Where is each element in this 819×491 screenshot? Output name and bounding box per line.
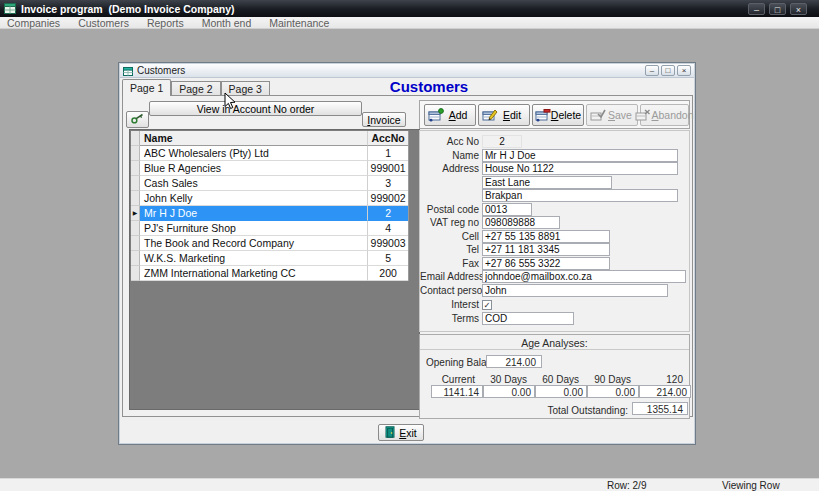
app-window-controls: – □ ×: [748, 3, 807, 15]
customers-window-title: Customers: [137, 65, 185, 76]
tab-page-2[interactable]: Page 2: [171, 81, 220, 96]
customer-detail-form: Acc No Name Address: [419, 130, 690, 332]
grid-indicator-header: [131, 131, 140, 146]
app-minimize-button[interactable]: –: [748, 3, 765, 15]
cell-field[interactable]: [482, 230, 610, 243]
save-button[interactable]: Save: [586, 104, 638, 126]
record-toolbar: Add Edit Delete: [419, 100, 690, 129]
edit-button[interactable]: Edit: [478, 104, 530, 126]
interst-label: Interst: [420, 299, 482, 310]
grid-header-row: Name AccNo: [131, 131, 408, 146]
app-icon: [4, 0, 16, 18]
search-key-button[interactable]: [126, 111, 149, 128]
age-value-120: 214.00: [639, 385, 691, 398]
interst-checkbox[interactable]: ✓: [482, 300, 492, 310]
email-address-field[interactable]: [482, 270, 686, 283]
terms-field[interactable]: [482, 312, 574, 325]
age-analyses-title: Age Analyses:: [420, 335, 689, 350]
tel-field[interactable]: [482, 243, 610, 256]
acc-no-field[interactable]: [482, 135, 522, 148]
postal-code-field[interactable]: [482, 203, 532, 216]
age-col-current: Current: [431, 374, 483, 385]
fax-field[interactable]: [482, 257, 610, 270]
customers-window-titlebar[interactable]: Customers – □ ×: [120, 64, 694, 78]
contact-person-label: Contact person: [420, 285, 482, 296]
invoice-button[interactable]: Invoice: [362, 112, 406, 127]
cell-label: Cell: [420, 231, 482, 242]
table-row[interactable]: Blue R Agencies 999001: [131, 161, 408, 176]
customers-window: Customers – □ × Page 1 Page 2 Page 3 Cus…: [118, 62, 696, 445]
customers-maximize-button[interactable]: □: [661, 65, 675, 76]
age-col-90: 90 Days: [587, 374, 639, 385]
exit-door-icon: [385, 426, 396, 440]
age-analyses-group: Age Analyses: Opening Balance: 214.00 Cu…: [419, 334, 690, 419]
fax-label: Fax: [420, 258, 482, 269]
mouse-cursor-icon: [224, 92, 236, 114]
status-mode: Viewing Row: [722, 480, 780, 491]
exit-button[interactable]: Exit: [378, 424, 424, 441]
age-value-90: 0.00: [587, 385, 639, 398]
name-field[interactable]: [482, 149, 678, 162]
delete-button[interactable]: Delete: [532, 104, 584, 126]
app-maximize-button[interactable]: □: [769, 3, 786, 15]
address-field-3[interactable]: [482, 189, 678, 202]
abandon-button[interactable]: Abandon: [640, 104, 689, 126]
statusbar: Row: 2/9 Viewing Row: [0, 478, 819, 491]
acc-no-label: Acc No: [420, 136, 482, 147]
customers-minimize-button[interactable]: –: [645, 65, 659, 76]
menu-reports[interactable]: Reports: [138, 17, 193, 29]
save-icon: [590, 108, 606, 122]
table-row[interactable]: Cash Sales 3: [131, 176, 408, 191]
age-value-60: 0.00: [535, 385, 587, 398]
age-value-30: 0.00: [483, 385, 535, 398]
address-field-2[interactable]: [482, 176, 612, 189]
age-col-30: 30 Days: [483, 374, 535, 385]
contact-person-field[interactable]: [482, 284, 668, 297]
status-row-counter: Row: 2/9: [607, 480, 646, 491]
total-outstanding-value: 1355.14: [632, 402, 688, 415]
grid-col-accno[interactable]: AccNo: [368, 131, 408, 146]
table-row[interactable]: John Kelly 999002: [131, 191, 408, 206]
add-button[interactable]: Add: [424, 104, 476, 126]
selected-row-arrow-icon: ▶: [131, 206, 140, 221]
vat-reg-no-field[interactable]: [482, 216, 560, 229]
age-col-60: 60 Days: [535, 374, 587, 385]
table-row[interactable]: The Book and Record Company 999003: [131, 236, 408, 251]
menu-customers[interactable]: Customers: [69, 17, 138, 29]
page-title: Customers: [349, 78, 509, 95]
address-label: Address: [420, 163, 482, 174]
age-value-current: 1141.14: [431, 385, 483, 398]
terms-label: Terms: [420, 313, 482, 324]
menubar: Companies Customers Reports Month end Ma…: [0, 17, 819, 29]
menu-maintenance[interactable]: Maintenance: [260, 17, 338, 29]
customers-window-icon: [123, 62, 133, 80]
total-outstanding-label: Total Outstanding:: [530, 405, 628, 416]
table-row-selected[interactable]: ▶ Mr H J Doe 2: [131, 206, 408, 221]
postal-code-label: Postal code: [420, 204, 482, 215]
key-icon: [131, 113, 145, 126]
menu-month-end[interactable]: Month end: [193, 17, 261, 29]
screen: Invoice program (Demo Invoice Company) –…: [0, 0, 819, 491]
add-icon: [428, 108, 444, 122]
tel-label: Tel: [420, 244, 482, 255]
vat-reg-no-label: VAT reg no: [420, 217, 482, 228]
table-row[interactable]: W.K.S. Marketing 5: [131, 251, 408, 266]
mdi-desktop: Customers – □ × Page 1 Page 2 Page 3 Cus…: [0, 29, 819, 478]
app-titlebar: Invoice program (Demo Invoice Company) –…: [0, 0, 819, 17]
customers-close-button[interactable]: ×: [677, 65, 691, 76]
menu-companies[interactable]: Companies: [0, 17, 69, 29]
grid-col-name[interactable]: Name: [140, 131, 368, 146]
opening-balance-value: 214.00: [486, 355, 542, 368]
email-address-label: Email Address: [420, 271, 482, 282]
address-field-1[interactable]: [482, 162, 678, 175]
name-label: Name: [420, 150, 482, 161]
table-row[interactable]: PJ's Furniture Shop 4: [131, 221, 408, 236]
table-row[interactable]: ZMM International Marketing CC 200: [131, 266, 408, 281]
grid-panel: Name AccNo ABC Wholesalers (Pty) Ltd 1 B…: [129, 129, 420, 410]
customers-grid: Name AccNo ABC Wholesalers (Pty) Ltd 1 B…: [131, 131, 409, 281]
tab-page-1[interactable]: Page 1: [122, 79, 171, 96]
table-row[interactable]: ABC Wholesalers (Pty) Ltd 1: [131, 146, 408, 161]
app-close-button[interactable]: ×: [790, 3, 807, 15]
view-in-account-no-order-button[interactable]: View in Account No order: [149, 101, 362, 116]
abandon-icon: [635, 108, 651, 122]
